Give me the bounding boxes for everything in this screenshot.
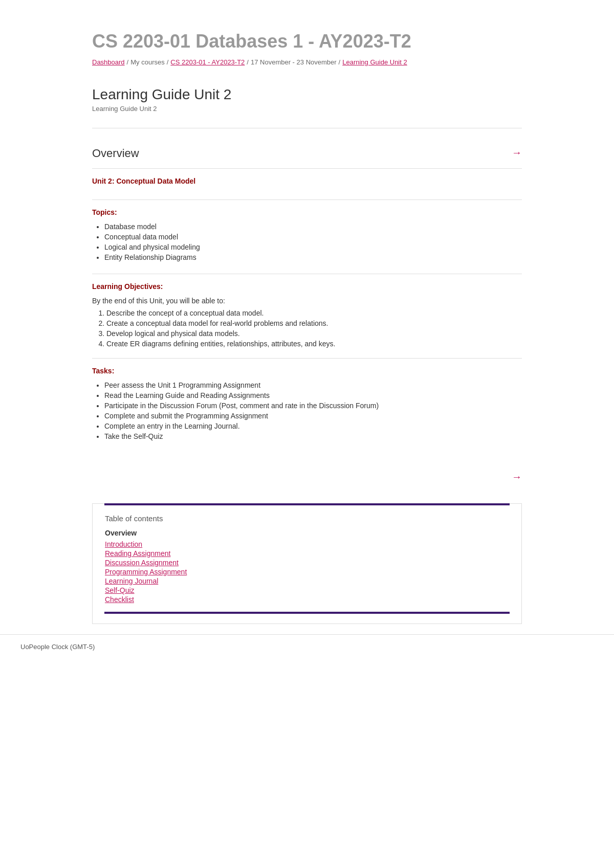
toc-link-journal[interactable]: Learning Journal	[105, 577, 509, 585]
list-item: Describe the concept of a conceptual dat…	[106, 309, 522, 317]
breadcrumb: Dashboard / My courses / CS 2203-01 - AY…	[92, 58, 522, 66]
toc-link-programming[interactable]: Programming Assignment	[105, 568, 509, 576]
breadcrumb-sep1: /	[127, 58, 129, 66]
breadcrumb-sep2: /	[167, 58, 169, 66]
list-item: Create ER diagrams defining entities, re…	[106, 340, 522, 348]
list-item: Logical and physical modeling	[104, 243, 522, 251]
list-item: Complete and submit the Programming Assi…	[104, 412, 522, 420]
overview-section: Overview → Unit 2: Conceptual Data Model…	[92, 137, 522, 463]
topics-section: Topics: Database model Conceptual data m…	[92, 199, 522, 274]
objectives-label: Learning Objectives:	[92, 282, 522, 291]
unit-title: Unit 2: Conceptual Data Model	[92, 177, 522, 185]
list-item: Complete an entry in the Learning Journa…	[104, 422, 522, 430]
footer: UoPeople Clock (GMT-5)	[0, 634, 614, 659]
unit-title-section: Unit 2: Conceptual Data Model	[92, 168, 522, 199]
objectives-section: Learning Objectives: By the end of this …	[92, 274, 522, 358]
breadcrumb-sep4: /	[339, 58, 341, 66]
toc-link-checklist[interactable]: Checklist	[105, 595, 509, 604]
list-item: Create a conceptual data model for real-…	[106, 319, 522, 327]
toc-link-introduction[interactable]: Introduction	[105, 540, 509, 548]
course-title: CS 2203-01 Databases 1 - AY2023-T2	[92, 31, 522, 52]
list-item: Conceptual data model	[104, 233, 522, 241]
list-item: Take the Self-Quiz	[104, 432, 522, 440]
objectives-list: Describe the concept of a conceptual dat…	[92, 309, 522, 348]
breadcrumb-mycourses: My courses	[130, 58, 164, 66]
page-subheading: Learning Guide Unit 2	[92, 105, 522, 113]
toc-bottom-border	[104, 612, 510, 614]
breadcrumb-sep3: /	[247, 58, 249, 66]
list-item: Develop logical and physical data models…	[106, 329, 522, 338]
page-heading: Learning Guide Unit 2	[92, 86, 522, 103]
list-item: Peer assess the Unit 1 Programming Assig…	[104, 381, 522, 389]
toc-overview-label: Overview	[105, 529, 509, 537]
breadcrumb-course[interactable]: CS 2203-01 - AY2023-T2	[170, 58, 245, 66]
toc-links: Introduction Reading Assignment Discussi…	[105, 540, 509, 604]
list-item: Read the Learning Guide and Reading Assi…	[104, 391, 522, 399]
list-item: Entity Relationship Diagrams	[104, 253, 522, 261]
arrow-icon[interactable]: →	[512, 471, 522, 483]
objectives-intro: By the end of this Unit, you will be abl…	[92, 297, 522, 305]
tasks-list: Peer assess the Unit 1 Programming Assig…	[92, 381, 522, 440]
toc-top-border	[104, 503, 510, 505]
topics-list: Database model Conceptual data model Log…	[92, 222, 522, 261]
toc-title: Table of contents	[105, 514, 509, 523]
list-item: Participate in the Discussion Forum (Pos…	[104, 402, 522, 410]
overview-title: Overview	[92, 147, 522, 160]
toc-link-reading[interactable]: Reading Assignment	[105, 549, 509, 558]
next-arrow-bottom[interactable]: →	[92, 471, 522, 483]
breadcrumb-dashboard[interactable]: Dashboard	[92, 58, 125, 66]
next-arrow-top[interactable]: →	[512, 147, 522, 159]
breadcrumb-current[interactable]: Learning Guide Unit 2	[342, 58, 407, 66]
toc-link-selfquiz[interactable]: Self-Quiz	[105, 586, 509, 594]
list-item: Database model	[104, 222, 522, 231]
clock-label: UoPeople Clock (GMT-5)	[20, 643, 95, 651]
tasks-section: Tasks: Peer assess the Unit 1 Programmin…	[92, 358, 522, 453]
topics-label: Topics:	[92, 208, 522, 216]
table-of-contents: Table of contents Overview Introduction …	[92, 503, 522, 624]
tasks-label: Tasks:	[92, 367, 522, 375]
toc-link-discussion[interactable]: Discussion Assignment	[105, 559, 509, 567]
breadcrumb-daterange: 17 November - 23 November	[251, 58, 337, 66]
